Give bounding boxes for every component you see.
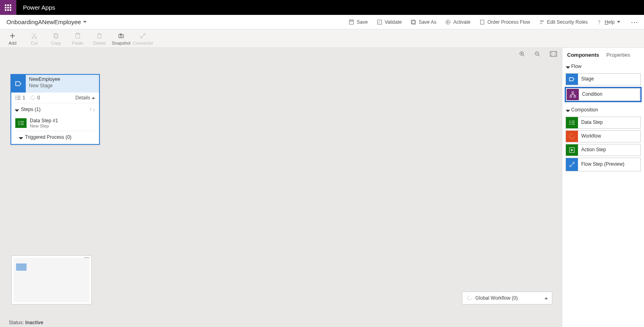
steps-section-header[interactable]: Steps (1) ↑ ↓ [11,103,99,115]
validate-label: Validate [385,19,402,25]
stage-card[interactable]: NewEmployee New Stage 1 0 Details [10,74,100,145]
order-icon [479,19,485,25]
workflow-icon [566,131,578,142]
chevron-down-icon [83,21,87,23]
details-toggle[interactable]: Details [75,95,95,101]
svg-rect-27 [574,96,576,97]
order-label: Order Process Flow [487,19,530,25]
component-action-step[interactable]: Action Step [566,144,641,156]
save-icon [349,19,354,25]
help-icon [597,19,602,25]
main-area: NewEmployee New Stage 1 0 Details [0,48,644,327]
triggered-process-header[interactable]: Triggered Process (0) [15,131,95,143]
copy-label: Copy [45,41,67,45]
cut-label: Cut [23,41,45,45]
snapshot-label: Snapshot [110,41,132,45]
group-flow-label: Flow [571,64,581,69]
status-value: Inactive [25,320,43,325]
validate-button[interactable]: Validate [377,19,402,25]
zoom-in-button[interactable] [519,51,526,59]
delete-icon [96,33,103,39]
triangle-icon [566,107,570,112]
minimap-node [16,263,27,271]
group-composition-header[interactable]: Composition [566,105,641,115]
component-workflow-label: Workflow [578,134,604,139]
copy-icon [53,33,59,39]
minimap[interactable] [11,255,92,304]
app-launcher-button[interactable] [0,0,16,15]
component-action-step-label: Action Step [578,147,609,153]
svg-rect-25 [572,92,574,93]
connector-button[interactable]: Connector [132,32,154,45]
svg-point-5 [446,20,450,24]
fit-icon [550,51,557,57]
order-process-flow-button[interactable]: Order Process Flow [479,19,530,25]
activate-button[interactable]: Activate [445,19,471,25]
svg-point-9 [599,23,600,24]
add-label: Add [2,41,23,45]
tab-properties[interactable]: Properties [606,52,630,58]
paste-icon [74,33,81,39]
delete-label: Delete [89,41,110,45]
step-count: 1 [15,95,25,101]
step-item[interactable]: Data Step #1 New Step [11,115,99,131]
chevron-down-icon [617,21,620,23]
svg-rect-26 [570,96,572,97]
copy-button[interactable]: Copy [45,32,67,45]
stage-header[interactable]: NewEmployee New Stage [11,75,99,93]
save-button[interactable]: Save [349,19,367,25]
flow-name-label: OnboardingANewEmployee [6,19,81,25]
activate-label: Activate [453,19,471,25]
help-button[interactable]: Help [597,19,620,25]
activate-icon [445,19,451,25]
cut-button[interactable]: Cut [23,32,45,45]
workflow-count: 0 [30,95,40,101]
component-stage[interactable]: Stage [566,73,641,85]
component-flow-step[interactable]: Flow Step (Preview) [566,158,641,171]
status-bar: Status: Inactive [9,320,43,325]
group-flow-header[interactable]: Flow [566,61,641,72]
titlebar: Power Apps [0,0,644,15]
list-icon [15,95,21,100]
zoom-out-icon [535,51,541,58]
svg-point-7 [540,20,542,22]
component-condition[interactable]: Condition [566,88,640,101]
edit-security-button[interactable]: Edit Security Roles [539,19,588,25]
cut-icon [31,33,37,39]
command-bar-actions: Save Validate Save As Activate Order Pro… [349,18,640,27]
paste-label: Paste [67,41,89,45]
steps-header-label: Steps (1) [21,107,41,112]
edit-toolbar: Add Cut Copy Paste Delete Snapshot Conne… [0,29,644,48]
triangle-icon [14,107,19,111]
side-tabs: Components Properties [562,48,644,61]
component-workflow[interactable]: Workflow [566,130,641,142]
waffle-icon [5,4,11,11]
security-label: Edit Security Roles [547,19,588,25]
global-workflow-bar[interactable]: Global Workflow (0) [462,292,552,304]
add-button[interactable]: Add [2,32,23,45]
stage-icon [11,75,26,93]
zoom-out-button[interactable] [535,51,541,59]
delete-button[interactable]: Delete [89,32,110,45]
paste-button[interactable]: Paste [67,32,89,45]
tab-components[interactable]: Components [567,52,599,58]
component-data-step-label: Data Step [578,120,606,125]
component-data-step[interactable]: Data Step [566,117,641,129]
more-button[interactable]: ⋯ [629,18,640,27]
move-down-icon[interactable]: ↓ [93,107,95,112]
refresh-icon [466,295,472,301]
step-sub: New Step [30,123,58,128]
canvas[interactable]: NewEmployee New Stage 1 0 Details [0,48,562,327]
move-up-icon[interactable]: ↑ [89,107,92,112]
save-as-button[interactable]: Save As [411,19,436,25]
fit-screen-button[interactable] [550,51,557,59]
flow-name-dropdown[interactable]: OnboardingANewEmployee [6,19,87,25]
group-composition-label: Composition [571,107,598,113]
svg-point-18 [120,35,122,37]
snapshot-button[interactable]: Snapshot [110,32,132,45]
stage-entity: NewEmployee [29,76,60,83]
component-condition-label: Condition [579,92,606,97]
action-step-icon [566,144,578,156]
connector-icon [140,33,146,39]
side-panel: Components Properties Flow Stage Conditi… [562,48,644,327]
